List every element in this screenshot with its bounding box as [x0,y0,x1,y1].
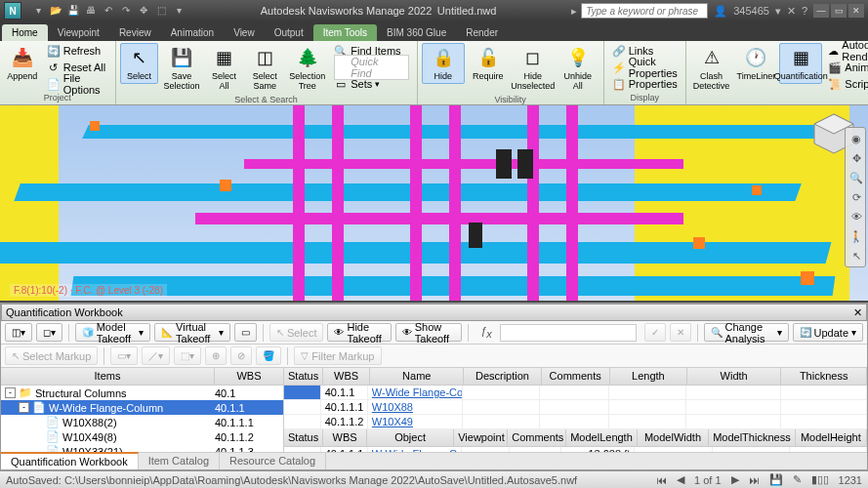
grid-header-cell[interactable]: Object [367,429,454,446]
count-markup-button[interactable]: ⊕ [205,346,227,365]
selection-tree-button[interactable]: 🌲Selection Tree [286,43,328,94]
grid-header-cell[interactable]: ModelThickness [709,429,795,446]
quick-find-input[interactable]: Quick Find [330,60,412,75]
timeliner-button[interactable]: 🕐TimeLiner [734,43,777,84]
help-icon[interactable]: ? [802,5,807,17]
search-chevron-icon[interactable]: ▸ [571,5,577,18]
zoom-tool-icon[interactable]: 🔍 [847,169,865,186]
tab-home[interactable]: Home [2,24,48,41]
tab-view[interactable]: View [224,24,265,41]
items-tree[interactable]: -📁Structural Columns40.1-📄W-Wide Flange-… [1,386,283,452]
qat-redo-icon[interactable]: ↷ [119,4,133,18]
sets-button[interactable]: ▭Sets ▾ [330,76,412,92]
items-grid[interactable]: StatusWBSNameDescriptionCommentsLengthWi… [284,368,867,429]
hide-unselected-button[interactable]: ◻Hide Unselected [512,43,555,94]
properties-toggle-button[interactable]: ▭ [234,323,257,342]
project-group-title[interactable]: Project [4,92,111,103]
keyword-search-input[interactable] [581,3,708,19]
virtual-takeoff-button[interactable]: 📐Virtual Takeoff▾ [154,323,230,342]
save-selection-button[interactable]: 💾Save Selection [160,43,202,94]
grid-row[interactable]: 40.1.1W-Wide Flange-Column [284,386,867,400]
items-column-header[interactable]: Items [1,368,215,385]
tree-row[interactable]: 📄W10X88(2)40.1.1.1 [1,415,283,429]
clash-detective-button[interactable]: ⚠Clash Detective [690,43,733,94]
objects-grid[interactable]: StatusWBSObjectViewpointCommentsModelLen… [284,429,867,452]
sheet-prev-icon[interactable]: ◀ [677,473,684,486]
name-link[interactable]: W10X49 [368,415,463,428]
pan-tool-icon[interactable]: ✥ [847,149,865,167]
new-item-button[interactable]: ◻▾ [36,323,62,342]
tab-viewpoint[interactable]: Viewpoint [48,24,109,41]
user-name[interactable]: 345465 [733,5,769,17]
select-takeoff-button[interactable]: ↖Select [269,323,324,342]
grid-header-cell[interactable]: Width [687,368,781,385]
formula-input[interactable] [500,324,637,342]
steering-wheel-icon[interactable]: ◉ [847,130,865,147]
look-tool-icon[interactable]: 👁 [847,208,865,225]
model-takeoff-button[interactable]: 🧊Model Takeoff▾ [75,323,150,342]
formula-accept-button[interactable]: ✓ [644,323,666,342]
tree-row[interactable]: -📁Structural Columns40.1 [1,386,283,400]
grid-header-cell[interactable]: Comments [508,429,566,446]
tree-row[interactable]: -📄W-Wide Flange-Column40.1.1 [1,400,283,415]
qcount-markup-button[interactable]: ⊘ [230,346,252,365]
qat-pan-icon[interactable]: ✥ [137,4,150,18]
tree-row[interactable]: 📄W10X33(21)40.1.1.3 [1,444,283,452]
close-button[interactable]: ✕ [848,4,864,18]
unhide-all-button[interactable]: 💡Unhide All [557,43,599,94]
tab-bim360[interactable]: BIM 360 Glue [377,24,456,41]
panel-close-icon[interactable]: ✕ [853,306,862,319]
select-markup-button[interactable]: ↖ Select Markup [5,346,98,365]
tab-render[interactable]: Render [456,24,508,41]
qat-new-icon[interactable]: ▾ [31,4,45,18]
sheet-next-icon[interactable]: ▶ [731,473,739,486]
exchange-icon[interactable]: ✕ [787,5,796,18]
tab-output[interactable]: Output [265,24,313,41]
walk-tool-icon[interactable]: 🚶 [847,227,865,245]
grid-header-cell[interactable]: Name [370,368,464,385]
name-link[interactable]: W-Wide Flange-Column [368,386,463,399]
sheet-last-icon[interactable]: ⏭ [749,474,760,486]
filter-markup-button[interactable]: ▽ Filter Markup [294,346,381,365]
new-group-button[interactable]: ◫▾ [5,323,32,342]
tab-review[interactable]: Review [109,24,161,41]
animator-button[interactable]: 🎬Animator [824,60,868,75]
grid-row[interactable]: 40.1.1.2W10X49 [284,415,867,429]
qat-save-icon[interactable]: 💾 [66,4,80,18]
tab-item-tools[interactable]: Item Tools [313,24,377,41]
quantification-button[interactable]: ▦Quantification [779,43,822,84]
rect-markup-button[interactable]: ▭▾ [110,346,138,365]
wbs-column-header[interactable]: WBS [215,368,283,385]
tab-quant-workbook[interactable]: Quantification Workbook [1,452,139,469]
grid-header-cell[interactable]: ModelLength [566,429,638,446]
select-button[interactable]: ↖Select [120,43,159,84]
qat-open-icon[interactable]: 📂 [49,4,62,18]
file-options-button[interactable]: 📄File Options [43,76,111,92]
name-link[interactable]: W10X88 [368,400,463,414]
3d-viewport[interactable]: F.8(1):10(-2) · F.C. @ Level 3 (-28) [0,105,868,301]
qat-undo-icon[interactable]: ↶ [102,4,115,18]
qat-print-icon[interactable]: 🖶 [84,4,98,18]
tab-animation[interactable]: Animation [161,24,224,41]
select-group-title[interactable]: Select & Search [120,94,413,105]
select-tool-icon[interactable]: ↖ [847,247,865,264]
grid-header-cell[interactable]: Thickness [781,368,867,385]
tab-item-catalog[interactable]: Item Catalog [139,453,220,469]
grid-header-cell[interactable]: WBS [323,368,370,385]
orbit-tool-icon[interactable]: ⟳ [847,188,865,206]
autodesk-rendering-button[interactable]: ☁Autodesk Rendering [824,43,868,59]
grid-header-cell[interactable]: WBS [323,429,367,446]
tab-resource-catalog[interactable]: Resource Catalog [220,453,326,469]
select-same-button[interactable]: ◫Select Same [245,43,284,94]
require-button[interactable]: 🔓Require [467,43,510,84]
select-all-button[interactable]: ▦Select All [204,43,243,94]
expand-icon[interactable]: - [19,402,29,413]
update-button[interactable]: 🔄Update▾ [793,323,863,342]
grid-header-cell[interactable]: Length [610,368,687,385]
maximize-button[interactable]: ▭ [831,4,847,18]
quick-properties-button[interactable]: ⚡Quick Properties [608,60,682,75]
grid-header-cell[interactable]: ModelHeight [796,429,867,446]
area-markup-button[interactable]: ⬚▾ [174,346,201,365]
grid-header-cell[interactable]: Status [284,368,323,385]
bucket-markup-button[interactable]: 🪣 [256,346,281,365]
